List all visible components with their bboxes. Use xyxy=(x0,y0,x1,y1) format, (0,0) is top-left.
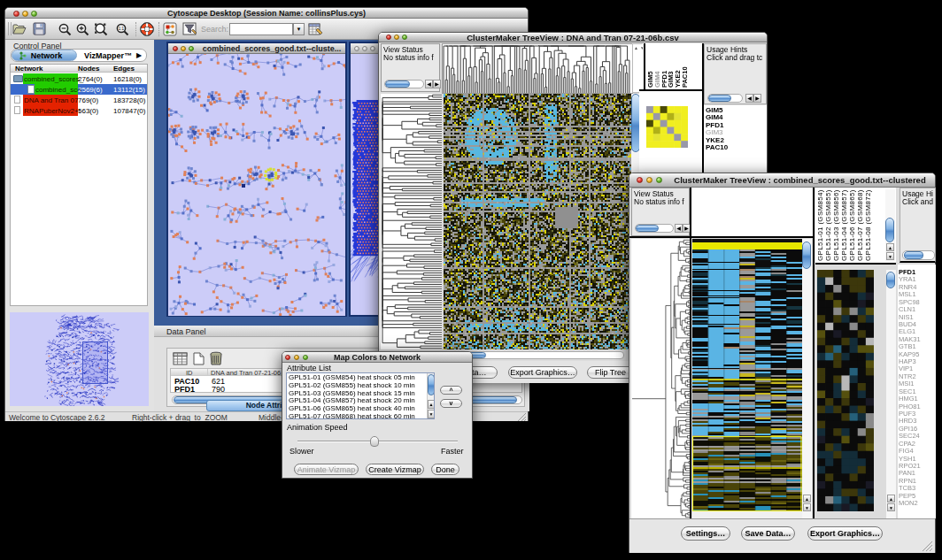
svg-text:GPL51-04 (GSM857): GPL51-04 (GSM857) xyxy=(840,189,848,261)
svg-text:1:1: 1:1 xyxy=(119,27,125,31)
svg-text:GPL51-01 (GSM854): GPL51-01 (GSM854) xyxy=(816,189,824,261)
svg-text:GPL51-08 (GSM872): GPL51-08 (GSM872) xyxy=(864,189,872,261)
svg-text:PAC10: PAC10 xyxy=(681,66,689,88)
svg-text:GPL51-07 (GSM868): GPL51-07 (GSM868) xyxy=(856,189,864,261)
svg-text:GPL51-03 (GSM856): GPL51-03 (GSM856) xyxy=(832,189,840,261)
svg-text:GPL51-06 (GSM865): GPL51-06 (GSM865) xyxy=(848,189,856,261)
svg-text:GPL51-02 (GSM855): GPL51-02 (GSM855) xyxy=(824,189,832,261)
